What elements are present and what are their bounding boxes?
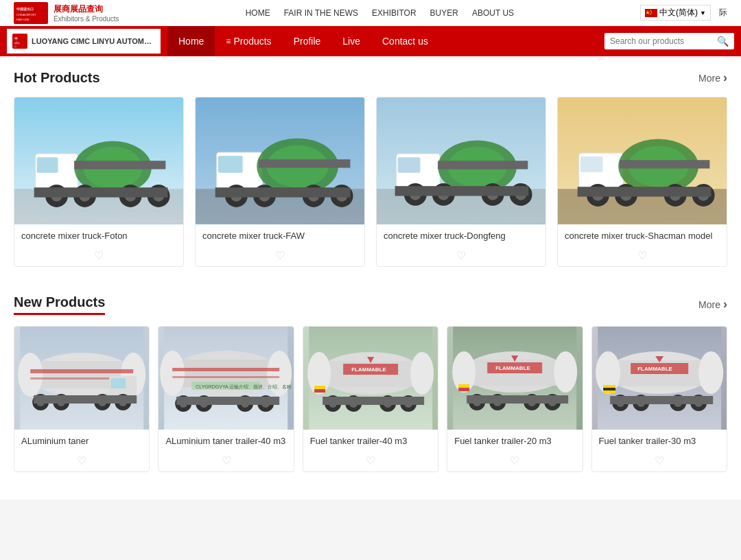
topnav-home[interactable]: HOME: [246, 8, 270, 18]
svg-rect-113: [177, 397, 280, 405]
svg-point-81: [18, 353, 43, 397]
product-image-1: [14, 97, 183, 224]
topnav-exhibitor[interactable]: EXHIBITOR: [372, 8, 416, 18]
product-heart-3[interactable]: ♡: [377, 245, 545, 266]
new-heart-icon-4[interactable]: ♡: [510, 454, 519, 467]
nav-company-name: LUOYANG CIMC LINYU AUTOMOBILE C...: [32, 37, 155, 45]
search-icon[interactable]: 🔍: [717, 36, 729, 47]
nav-products[interactable]: ≡ Products: [215, 26, 282, 56]
heart-icon-3[interactable]: ♡: [456, 249, 466, 262]
new-product-name-1: ALuminium taner: [21, 435, 142, 447]
product-heart-2[interactable]: ♡: [196, 245, 364, 266]
new-product-card-5[interactable]: FLAMMABLE: [591, 326, 727, 472]
heart-icon-1[interactable]: ♡: [94, 249, 104, 262]
mixer-truck-svg-2: [196, 97, 364, 224]
chevron-right-icon: ›: [723, 71, 727, 85]
new-product-name-4: Fuel tanker trailer-20 m3: [454, 435, 575, 447]
top-bar-logo-text: 展商展品查询 Exhibitors & Products: [54, 3, 119, 23]
svg-text:中国进出口: 中国进出口: [16, 7, 34, 11]
nav-contact[interactable]: Contact us: [371, 26, 439, 56]
svg-point-99: [161, 351, 185, 396]
hot-product-card-3[interactable]: concrete mixer truck-Dongfeng ♡: [376, 97, 546, 267]
new-heart-icon-3[interactable]: ♡: [366, 454, 375, 467]
svg-rect-95: [34, 395, 137, 404]
new-product-card-1[interactable]: ALuminium taner ♡: [14, 326, 150, 472]
svg-text:中: 中: [14, 36, 18, 40]
hot-products-title: Hot Products: [14, 70, 100, 86]
new-products-more[interactable]: More ›: [698, 297, 727, 312]
new-product-heart-4[interactable]: ♡: [447, 450, 582, 471]
svg-rect-29: [74, 161, 165, 169]
new-product-image-3: FLAMMABLE: [303, 327, 438, 430]
svg-text:FLAMMABLE: FLAMMABLE: [637, 366, 672, 372]
new-heart-icon-5[interactable]: ♡: [655, 454, 664, 467]
product-heart-1[interactable]: ♡: [14, 245, 183, 266]
hot-product-card-1[interactable]: concrete mixer truck-Foton ♡: [14, 97, 184, 267]
search-input[interactable]: [610, 36, 713, 46]
nav-home[interactable]: Home: [167, 26, 215, 56]
japanese-label[interactable]: 际: [719, 7, 727, 19]
topnav-buyer[interactable]: BUYER: [430, 8, 458, 18]
new-heart-icon-2[interactable]: ♡: [222, 454, 231, 467]
svg-point-118: [410, 352, 434, 395]
svg-rect-122: [314, 386, 325, 389]
product-info-1: concrete mixer truck-Foton: [14, 224, 183, 245]
svg-rect-28: [34, 187, 168, 197]
new-product-heart-2[interactable]: ♡: [158, 450, 293, 471]
hot-products-grid: concrete mixer truck-Foton ♡: [14, 97, 727, 267]
new-product-image-1: [14, 327, 149, 430]
company-logo-icon: 中国进出口 CHINA IMPORT FAIR LINE: [14, 2, 48, 24]
svg-rect-142: [458, 388, 469, 391]
new-product-card-4[interactable]: FLAMMABLE: [447, 326, 583, 472]
svg-rect-123: [314, 389, 325, 393]
new-product-heart-5[interactable]: ♡: [592, 450, 727, 471]
product-name-4: concrete mixer truck-Shacman model: [565, 230, 720, 242]
svg-rect-61: [438, 161, 528, 169]
hot-product-card-4[interactable]: concrete mixer truck-Shacman model ♡: [557, 97, 727, 267]
hot-products-more[interactable]: More ›: [698, 71, 727, 85]
svg-point-137: [554, 351, 577, 393]
main-content: Hot Products More ›: [0, 56, 741, 500]
product-name-1: concrete mixer truck-Foton: [21, 230, 176, 242]
topnav-about[interactable]: ABOUT US: [472, 8, 514, 18]
product-heart-4[interactable]: ♡: [558, 245, 727, 266]
nav-live[interactable]: Live: [331, 26, 371, 56]
svg-rect-162: [603, 390, 615, 393]
new-heart-icon-1[interactable]: ♡: [77, 454, 86, 467]
language-switch-cn[interactable]: 中文(简体) ▼: [640, 5, 711, 21]
new-product-name-3: Fuel tanker trailer-40 m3: [310, 435, 431, 447]
mixer-truck-svg-1: [14, 97, 183, 224]
topnav-fair[interactable]: FAIR IN THE NEWS: [284, 8, 358, 18]
svg-rect-83: [30, 369, 133, 373]
new-product-card-3[interactable]: FLAMMABLE: [303, 326, 438, 472]
svg-rect-49: [398, 157, 421, 173]
new-products-title: New Products: [14, 294, 105, 315]
tanker-svg-1: [14, 327, 149, 430]
hot-products-section: Hot Products More ›: [14, 70, 727, 267]
heart-icon-4[interactable]: ♡: [637, 249, 647, 262]
svg-text:CLYGRDGVYA 运输介绍、描述、介绍、名称: CLYGRDGVYA 运输介绍、描述、介绍、名称: [196, 384, 292, 390]
new-product-info-4: Fuel tanker trailer-20 m3: [447, 430, 582, 450]
tanker-svg-4: FLAMMABLE: [447, 327, 582, 430]
new-products-grid: ALuminium taner ♡: [14, 326, 727, 472]
svg-rect-102: [173, 376, 280, 378]
new-product-heart-3[interactable]: ♡: [303, 450, 438, 471]
new-product-image-4: FLAMMABLE: [447, 327, 582, 430]
svg-rect-45: [259, 159, 350, 167]
product-image-4: [558, 97, 727, 224]
svg-rect-86: [110, 378, 126, 388]
svg-text:口: 口: [14, 45, 16, 48]
new-product-heart-1[interactable]: ♡: [14, 450, 149, 471]
svg-text:CHINA IMPORT: CHINA IMPORT: [16, 13, 36, 16]
svg-text:FAIR LINE: FAIR LINE: [16, 18, 30, 21]
hot-products-header: Hot Products More ›: [14, 70, 727, 86]
chinese-label: 中文(简体): [659, 7, 698, 19]
svg-rect-101: [173, 368, 280, 371]
svg-rect-60: [395, 186, 529, 196]
nav-profile[interactable]: Profile: [283, 26, 332, 56]
new-product-card-2[interactable]: CLYGRDGVYA 运输介绍、描述、介绍、名称 ALumin: [158, 326, 294, 472]
china-flag-icon: [645, 9, 657, 17]
heart-icon-2[interactable]: ♡: [275, 249, 285, 262]
tanker-svg-2: CLYGRDGVYA 运输介绍、描述、介绍、名称: [158, 327, 293, 430]
hot-product-card-2[interactable]: concrete mixer truck-FAW ♡: [195, 97, 365, 267]
